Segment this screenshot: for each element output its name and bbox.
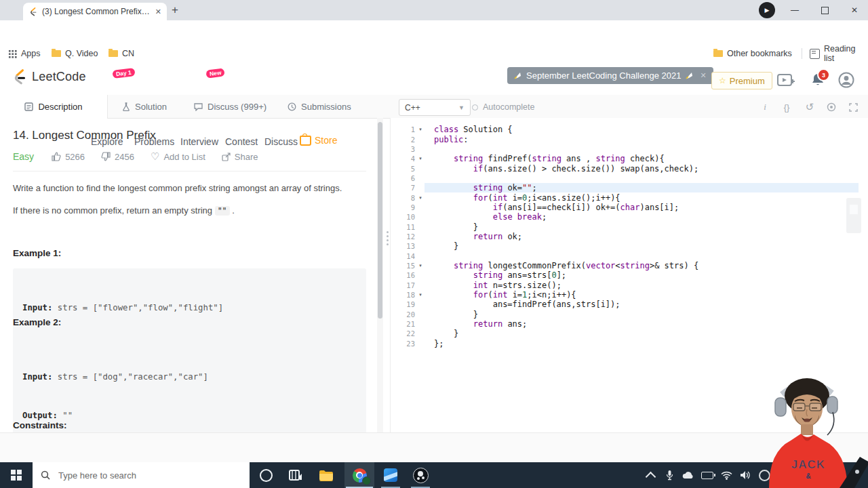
tab-submissions[interactable]: Submissions	[288, 95, 351, 118]
nav-contest[interactable]: Contest	[225, 136, 258, 147]
code-line[interactable]: 1▾class Solution {	[391, 125, 859, 134]
code-line[interactable]: 4▾ string findPref(string ans , string c…	[391, 154, 859, 163]
code-line[interactable]: 12 return ok;	[391, 232, 859, 241]
code-line[interactable]: 22 }	[391, 329, 859, 338]
wifi-tray-icon[interactable]	[717, 462, 735, 488]
fold-icon[interactable]: ▾	[415, 156, 425, 161]
code-text[interactable]: string longestCommonPrefix(vector<string…	[425, 261, 859, 270]
code-line[interactable]: 19 ans=findPref(ans,strs[i]);	[391, 300, 859, 309]
taskbar-app-ring[interactable]	[252, 462, 279, 488]
leetcode-logo[interactable]: LeetCode	[11, 68, 86, 85]
code-text[interactable]: }	[425, 241, 859, 251]
panel-resize-handle[interactable]	[387, 229, 389, 247]
code-text[interactable]: int n=strs.size();	[425, 281, 859, 290]
tab-discuss[interactable]: Discuss (999+)	[194, 95, 267, 118]
nav-interview[interactable]: Interview	[180, 136, 218, 147]
share-button[interactable]: Share	[222, 152, 258, 162]
code-line[interactable]: 11 }	[391, 222, 859, 231]
apps-shortcut[interactable]: Apps	[8, 45, 41, 62]
code-line[interactable]: 15▾ string longestCommonPrefix(vector<st…	[391, 261, 859, 270]
nav-discuss[interactable]: Discuss	[264, 136, 298, 147]
banner-close-icon[interactable]: ✕	[700, 71, 706, 80]
code-text[interactable]: if(ans[i]==check[i]) ok+=(char)ans[i];	[425, 203, 859, 212]
code-line[interactable]: 16 string ans=strs[0];	[391, 270, 859, 280]
window-maximize-button[interactable]	[811, 0, 838, 20]
tab-close-icon[interactable]: ✕	[155, 7, 161, 16]
start-button[interactable]	[0, 462, 33, 488]
nav-store[interactable]: Store	[300, 135, 337, 146]
code-line[interactable]: 18▾ for(int i=1;i<n;i++){	[391, 290, 859, 300]
taskbar-app-file-explorer[interactable]	[312, 462, 339, 488]
new-tab-button[interactable]: +	[167, 2, 183, 18]
premium-button[interactable]: ☆ Premium	[711, 72, 772, 89]
code-text[interactable]: class Solution {	[425, 125, 859, 134]
code-text[interactable]: }	[425, 329, 859, 338]
fold-icon[interactable]: ▾	[415, 292, 425, 298]
battery-tray-icon[interactable]	[698, 462, 716, 488]
tab-description[interactable]: Description	[0, 95, 108, 119]
taskbar-app-chrome[interactable]	[344, 462, 374, 488]
code-text[interactable]: };	[425, 339, 859, 348]
code-text[interactable]: return ok;	[425, 232, 859, 241]
code-line[interactable]: 21 return ans;	[391, 319, 859, 329]
code-text[interactable]: for(int i=1;i<n;i++){	[425, 290, 859, 300]
interview-prep-icon[interactable]	[777, 74, 795, 87]
code-text[interactable]: return ans;	[425, 319, 859, 329]
code-text[interactable]: public:	[425, 135, 859, 144]
code-line[interactable]: 23};	[391, 339, 859, 348]
tray-icon-partial[interactable]	[755, 462, 773, 488]
scrollbar-thumb[interactable]	[378, 122, 382, 319]
tray-expand-icon[interactable]	[642, 462, 659, 488]
code-text[interactable]: string findPref(string ans , string chec…	[425, 154, 859, 163]
reading-list[interactable]: Reading list	[810, 45, 868, 62]
window-minimize-button[interactable]: —	[781, 0, 808, 20]
user-avatar[interactable]	[838, 72, 854, 88]
code-line[interactable]: 8▾ for(int i=0;i<ans.size();i++){	[391, 192, 859, 202]
titlebar-extension-icon[interactable]: ▶	[759, 2, 775, 18]
code-line[interactable]: 6	[391, 174, 859, 183]
window-close-button[interactable]: ✕	[841, 0, 868, 20]
fullscreen-icon[interactable]	[846, 101, 860, 113]
code-text[interactable]: string ans=strs[0];	[425, 270, 859, 280]
taskbar-app-obs[interactable]	[407, 462, 434, 488]
bookmark-video-folder[interactable]: Q. Video	[52, 45, 98, 62]
format-code-icon[interactable]: {}	[780, 101, 793, 113]
microphone-tray-icon[interactable]	[660, 462, 678, 488]
code-editor[interactable]: 1▾class Solution {2public:34▾ string fin…	[391, 118, 868, 432]
code-text[interactable]: if(ans.size() > check.size()) swap(ans,c…	[425, 164, 859, 174]
code-line[interactable]: 20 }	[391, 310, 859, 319]
autocomplete-toggle[interactable]: Autocomplete	[472, 102, 534, 112]
editor-settings-icon[interactable]	[825, 101, 838, 113]
code-line[interactable]: 13 }	[391, 241, 859, 251]
fold-icon[interactable]: ▾	[415, 195, 425, 201]
code-text[interactable]: for(int i=0;i<ans.size();i++){	[425, 193, 859, 203]
fold-icon[interactable]: ▾	[415, 263, 425, 268]
code-text[interactable]: }	[425, 222, 859, 232]
onedrive-tray-icon[interactable]	[679, 462, 697, 488]
add-to-list-button[interactable]: ♡ Add to List	[151, 150, 205, 163]
fold-icon[interactable]: ▾	[415, 127, 425, 132]
dislike-button[interactable]: 2456	[101, 152, 134, 162]
info-icon[interactable]: i	[758, 101, 772, 113]
code-line[interactable]: 2public:	[391, 134, 859, 144]
code-text[interactable]: else break;	[425, 212, 859, 222]
volume-tray-icon[interactable]	[736, 462, 754, 488]
bookmark-cn-folder[interactable]: CN	[108, 45, 134, 62]
language-select[interactable]: C++ ▼	[399, 99, 471, 116]
code-line[interactable]: 9 if(ans[i]==check[i]) ok+=(char)ans[i];	[391, 203, 859, 212]
browser-tab[interactable]: (3) Longest Common Prefix - Le ✕	[23, 3, 167, 20]
tab-solution[interactable]: Solution	[122, 95, 167, 118]
challenge-banner[interactable]: September LeetCoding Challenge 2021 ✕	[507, 67, 713, 84]
like-button[interactable]: 5266	[52, 152, 85, 162]
code-text[interactable]: ans=findPref(ans,strs[i]);	[425, 300, 859, 309]
code-line[interactable]: 5 if(ans.size() > check.size()) swap(ans…	[391, 163, 859, 173]
code-line[interactable]: 3	[391, 144, 859, 154]
code-text[interactable]: }	[425, 310, 859, 319]
code-line[interactable]: 7 string ok="";	[391, 183, 859, 192]
code-text[interactable]: string ok="";	[425, 183, 859, 192]
reset-code-icon[interactable]: ↺	[803, 101, 816, 113]
search-input[interactable]	[57, 470, 222, 481]
taskbar-app-video-editor[interactable]	[282, 462, 309, 488]
other-bookmarks[interactable]: Other bookmarks	[713, 45, 792, 62]
code-line[interactable]: 10 else break;	[391, 212, 859, 222]
